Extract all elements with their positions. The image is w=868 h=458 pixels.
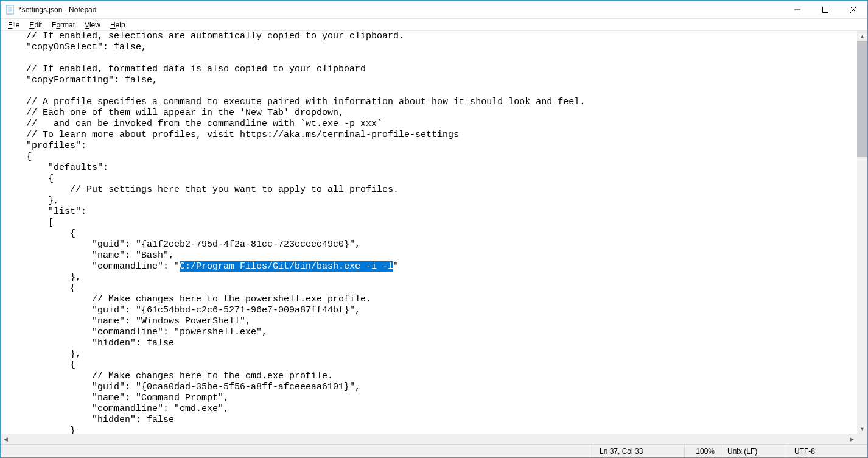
status-encoding: UTF-8 <box>788 445 867 457</box>
window-title: *settings.json - Notepad <box>19 5 783 14</box>
minimize-button[interactable] <box>783 1 811 18</box>
scroll-corner <box>857 434 867 444</box>
close-button[interactable] <box>839 1 867 18</box>
svg-rect-6 <box>823 7 828 12</box>
notepad-icon <box>5 5 15 15</box>
status-bar: Ln 37, Col 33 100% Unix (LF) UTF-8 <box>1 444 867 457</box>
maximize-button[interactable] <box>811 1 839 18</box>
editor-area: // If enabled, selections are automatica… <box>1 31 867 444</box>
menu-view[interactable]: View <box>80 20 105 30</box>
status-zoom: 100% <box>685 445 721 457</box>
menu-file[interactable]: File <box>3 20 24 30</box>
window-controls <box>783 1 867 18</box>
vertical-scrollbar[interactable]: ▲ ▼ <box>857 31 867 434</box>
horizontal-scrollbar[interactable]: ◀ ▶ <box>1 434 857 444</box>
status-spacer <box>1 445 593 457</box>
text-editor[interactable]: // If enabled, selections are automatica… <box>1 31 857 434</box>
status-position: Ln 37, Col 33 <box>593 445 685 457</box>
text-after-selection: " }, { // Make changes here to the power… <box>4 261 399 434</box>
menu-format[interactable]: Format <box>47 20 80 30</box>
selected-text: C:/Program Files/Git/bin/bash.exe -i -l <box>180 261 393 272</box>
scroll-right-button[interactable]: ▶ <box>847 434 857 444</box>
vertical-scroll-track[interactable] <box>857 41 867 423</box>
title-bar: *settings.json - Notepad <box>1 1 867 19</box>
scroll-up-button[interactable]: ▲ <box>857 31 867 41</box>
scroll-down-button[interactable]: ▼ <box>857 423 867 434</box>
horizontal-scroll-track[interactable] <box>11 434 847 444</box>
status-line-ending: Unix (LF) <box>721 445 788 457</box>
menu-bar: File Edit Format View Help <box>1 19 867 31</box>
menu-edit[interactable]: Edit <box>24 20 47 30</box>
text-before-selection: // If enabled, selections are automatica… <box>4 31 585 272</box>
vertical-scroll-thumb[interactable] <box>857 41 867 157</box>
menu-help[interactable]: Help <box>105 20 130 30</box>
scroll-left-button[interactable]: ◀ <box>1 434 11 444</box>
